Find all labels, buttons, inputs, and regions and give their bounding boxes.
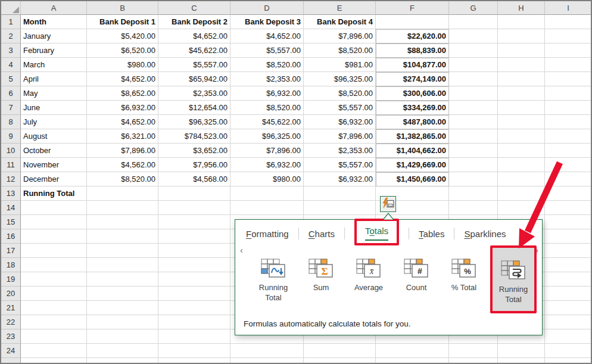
cell-I8[interactable] bbox=[545, 115, 592, 129]
cell-B18[interactable] bbox=[87, 258, 158, 272]
row-header-2[interactable]: 2 bbox=[1, 29, 21, 43]
col-header-F[interactable]: F bbox=[376, 1, 449, 15]
cell-G3[interactable] bbox=[449, 43, 498, 58]
cell-I3[interactable] bbox=[545, 43, 592, 58]
cell-H1[interactable] bbox=[498, 15, 545, 29]
cell-I22[interactable] bbox=[545, 315, 592, 329]
cell-I11[interactable] bbox=[545, 158, 592, 172]
cell-C16[interactable] bbox=[158, 229, 230, 244]
cell-C3[interactable]: $45,622.00 bbox=[158, 43, 230, 58]
cell-H12[interactable] bbox=[498, 172, 545, 186]
row-header-19[interactable]: 19 bbox=[1, 272, 21, 287]
cell-H24[interactable] bbox=[498, 344, 545, 358]
cell-A10[interactable]: October bbox=[21, 144, 87, 158]
cell-C14[interactable] bbox=[158, 201, 230, 215]
cell-F4[interactable]: $104,877.00 bbox=[376, 58, 449, 72]
cell-B9[interactable]: $6,321.00 bbox=[87, 129, 158, 144]
cell-E9[interactable]: $7,896.00 bbox=[304, 129, 376, 144]
cell-E24[interactable] bbox=[304, 344, 376, 358]
row-header-6[interactable]: 6 bbox=[1, 86, 21, 101]
cell-C1[interactable]: Bank Deposit 2 bbox=[158, 15, 230, 29]
cell-I7[interactable] bbox=[545, 101, 592, 115]
cell-C17[interactable] bbox=[158, 244, 230, 258]
cell-G10[interactable] bbox=[449, 144, 498, 158]
row-header-12[interactable]: 12 bbox=[1, 172, 21, 186]
col-header-I[interactable]: I bbox=[545, 1, 592, 15]
cell-C23[interactable] bbox=[158, 329, 230, 344]
quick-analysis-button[interactable] bbox=[380, 196, 396, 212]
cell-A15[interactable] bbox=[21, 215, 87, 229]
cell-C12[interactable]: $4,568.00 bbox=[158, 172, 230, 186]
option-running-total-highlighted[interactable]: Running Total bbox=[490, 245, 537, 313]
cell-D14[interactable] bbox=[230, 201, 304, 215]
cell-B23[interactable] bbox=[87, 329, 158, 344]
cell-F1[interactable] bbox=[376, 15, 449, 29]
cell-A24[interactable] bbox=[21, 344, 87, 358]
cell-B13[interactable] bbox=[87, 186, 158, 201]
cell-B6[interactable]: $8,652.00 bbox=[87, 86, 158, 101]
cell-G8[interactable] bbox=[449, 115, 498, 129]
row-header-25[interactable] bbox=[1, 358, 21, 364]
row-header-8[interactable]: 8 bbox=[1, 115, 21, 129]
cell-G12[interactable] bbox=[449, 172, 498, 186]
cell-C9[interactable]: $784,523.00 bbox=[158, 129, 230, 144]
cell-C19[interactable] bbox=[158, 272, 230, 287]
cell-G9[interactable] bbox=[449, 129, 498, 144]
col-header-D[interactable]: D bbox=[230, 1, 304, 15]
cell-G1[interactable] bbox=[449, 15, 498, 29]
cell-F12[interactable]: $1,450,669.00 bbox=[376, 172, 449, 186]
cell-I20[interactable] bbox=[545, 287, 592, 301]
row-header-17[interactable]: 17 bbox=[1, 244, 21, 258]
cell-D3[interactable]: $5,557.00 bbox=[230, 43, 304, 58]
cell-E11[interactable]: $5,557.00 bbox=[304, 158, 376, 172]
cell-I10[interactable] bbox=[545, 144, 592, 158]
cell-D24[interactable] bbox=[230, 344, 304, 358]
cell-C7[interactable]: $12,654.00 bbox=[158, 101, 230, 115]
cell-C20[interactable] bbox=[158, 287, 230, 301]
cell-A11[interactable]: November bbox=[21, 158, 87, 172]
cell-A18[interactable] bbox=[21, 258, 87, 272]
cell-G25[interactable] bbox=[449, 358, 498, 364]
col-header-A[interactable]: A bbox=[21, 1, 87, 15]
cell-D4[interactable]: $8,520.00 bbox=[230, 58, 304, 72]
cell-B4[interactable]: $980.00 bbox=[87, 58, 158, 72]
cell-H5[interactable] bbox=[498, 72, 545, 86]
cell-I9[interactable] bbox=[545, 129, 592, 144]
cell-D25[interactable] bbox=[230, 358, 304, 364]
cell-A16[interactable] bbox=[21, 229, 87, 244]
cell-H14[interactable] bbox=[498, 201, 545, 215]
cell-B17[interactable] bbox=[87, 244, 158, 258]
cell-E12[interactable]: $6,932.00 bbox=[304, 172, 376, 186]
cell-H13[interactable] bbox=[498, 186, 545, 201]
cell-C25[interactable] bbox=[158, 358, 230, 364]
cell-B21[interactable] bbox=[87, 301, 158, 315]
cell-I24[interactable] bbox=[545, 344, 592, 358]
col-header-E[interactable]: E bbox=[304, 1, 376, 15]
cell-E3[interactable]: $8,520.00 bbox=[304, 43, 376, 58]
cell-C24[interactable] bbox=[158, 344, 230, 358]
cell-G24[interactable] bbox=[449, 344, 498, 358]
cell-I4[interactable] bbox=[545, 58, 592, 72]
cell-A1[interactable]: Month bbox=[21, 15, 87, 29]
cell-B11[interactable]: $4,562.00 bbox=[87, 158, 158, 172]
cell-B15[interactable] bbox=[87, 215, 158, 229]
row-header-13[interactable]: 13 bbox=[1, 186, 21, 201]
cell-B3[interactable]: $6,520.00 bbox=[87, 43, 158, 58]
cell-A17[interactable] bbox=[21, 244, 87, 258]
cell-C2[interactable]: $4,652.00 bbox=[158, 29, 230, 43]
cell-A21[interactable] bbox=[21, 301, 87, 315]
cell-B25[interactable] bbox=[87, 358, 158, 364]
option-sum[interactable]: Σ Sum bbox=[300, 252, 342, 293]
cell-G6[interactable] bbox=[449, 86, 498, 101]
row-header-3[interactable]: 3 bbox=[1, 43, 21, 58]
cell-H2[interactable] bbox=[498, 29, 545, 43]
cell-G2[interactable] bbox=[449, 29, 498, 43]
row-header-24[interactable]: 24 bbox=[1, 344, 21, 358]
option-average[interactable]: x̄ Average bbox=[347, 252, 390, 293]
cell-I19[interactable] bbox=[545, 272, 592, 287]
cell-A19[interactable] bbox=[21, 272, 87, 287]
cell-F24[interactable] bbox=[376, 344, 449, 358]
cell-H25[interactable] bbox=[498, 358, 545, 364]
cell-I12[interactable] bbox=[545, 172, 592, 186]
cell-B22[interactable] bbox=[87, 315, 158, 329]
